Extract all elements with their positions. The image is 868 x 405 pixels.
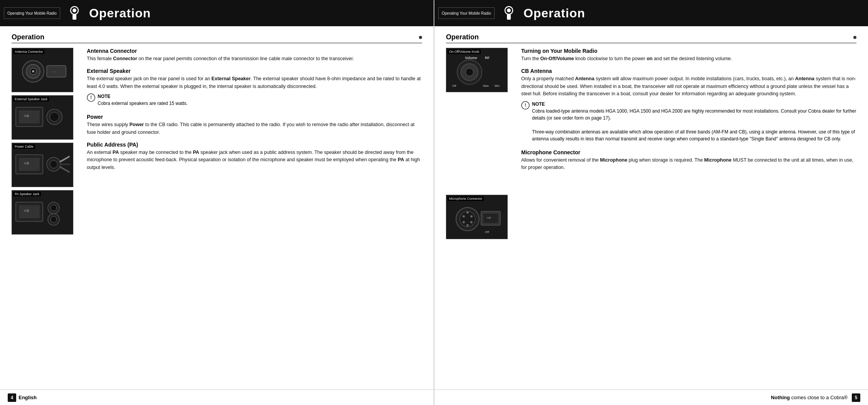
cb-antenna-note-text: NOTE Cobra loaded-type antenna models HG… <box>532 101 856 142</box>
svg-text:Volume: Volume <box>465 56 477 60</box>
pages-container: Operating Your Mobile Radio Operation Op… <box>0 0 868 405</box>
antenna-connector-label: Antenna Connector <box>13 49 44 54</box>
left-header-title: Operation <box>89 6 151 20</box>
pa-speaker-image: PA Speaker Jack ⇒ <box>12 190 73 235</box>
mic-connector-body: Allows for convenient removal of the Mic… <box>521 157 856 172</box>
tagline-rest: comes close to a Cobra® <box>790 395 848 400</box>
right-section-header: Operation <box>446 33 856 43</box>
svg-text:!: ! <box>90 95 92 100</box>
svg-text:Off: Off <box>452 84 456 88</box>
svg-text:!: ! <box>525 103 526 108</box>
right-section-dot <box>853 36 856 39</box>
turning-on-title: Turning on Your Mobile Radio <box>521 48 856 54</box>
right-header-title: Operation <box>524 6 585 20</box>
svg-point-15 <box>50 112 59 122</box>
pa-speaker-label: PA Speaker Jack <box>13 192 41 196</box>
mic-connector-section: Microphone Connector Allows for convenie… <box>521 149 856 172</box>
cb-antenna-title: CB Antenna <box>521 68 856 74</box>
left-footer-lang: English <box>19 395 37 400</box>
svg-text:←: ← <box>52 70 56 74</box>
external-speaker-note-text: NOTE Cobra external speakers are rated 1… <box>98 93 187 107</box>
svg-rect-12 <box>19 110 40 123</box>
svg-point-1 <box>73 8 76 12</box>
page-left: Operating Your Mobile Radio Operation Op… <box>0 0 434 405</box>
svg-text:Max: Max <box>483 84 489 88</box>
svg-rect-2 <box>73 14 76 20</box>
svg-point-38 <box>466 68 473 76</box>
svg-point-7 <box>32 70 34 73</box>
mic-connector-label: Microphone Connector <box>448 196 484 201</box>
power-body: These wires supply Power to the CB radio… <box>87 121 422 136</box>
svg-text:Min: Min <box>495 84 500 88</box>
svg-rect-8 <box>47 66 66 77</box>
antenna-connector-body: This female Connector on the rear panel … <box>87 55 422 62</box>
right-section-title: Operation <box>446 33 479 41</box>
power-section: Power These wires supply Power to the CB… <box>87 114 422 136</box>
svg-text:⇒: ⇒ <box>24 159 29 167</box>
external-speaker-label: External Speaker Jack <box>13 97 49 101</box>
external-speaker-image: External Speaker Jack ⇒ <box>12 95 73 140</box>
cb-antenna-note: ! NOTE Cobra loaded-type antenna models … <box>521 101 856 142</box>
right-text-column: Turning on Your Mobile Radio Turn the On… <box>521 48 856 390</box>
external-speaker-note: ! NOTE Cobra external speakers are rated… <box>87 93 422 107</box>
left-content: Antenna Connector ← External Speaker Jac… <box>0 48 434 390</box>
left-section-title: Operation <box>12 33 44 41</box>
svg-point-49 <box>470 215 473 218</box>
left-footer-left: 4 English <box>8 393 37 402</box>
turning-on-section: Turning on Your Mobile Radio Turn the On… <box>521 48 856 62</box>
left-header-badge: Operating Your Mobile Radio <box>4 7 60 19</box>
antenna-connector-section: Antenna Connector This female Connector … <box>87 48 422 62</box>
svg-point-52 <box>466 224 469 226</box>
external-speaker-title: External Speaker <box>87 68 422 74</box>
svg-point-47 <box>466 211 469 214</box>
svg-text:⇒: ⇒ <box>486 214 491 221</box>
volume-knob-image: On-Off/Volume Knob Volume RF Off <box>446 48 508 92</box>
svg-point-27 <box>51 205 57 211</box>
antenna-connector-title: Antenna Connector <box>87 48 422 54</box>
left-images-column: Antenna Connector ← External Speaker Jac… <box>12 48 79 390</box>
note-icon-1: ! <box>87 93 95 102</box>
right-header-icon <box>498 3 520 24</box>
right-header: Operating Your Mobile Radio Operation <box>434 0 868 26</box>
svg-point-48 <box>463 215 465 218</box>
right-images-column: On-Off/Volume Knob Volume RF Off <box>446 48 513 390</box>
page-right: Operating Your Mobile Radio Operation Op… <box>434 0 868 405</box>
pa-body: An external PA speaker may be connected … <box>87 149 422 171</box>
note-icon-2: ! <box>521 101 530 110</box>
external-speaker-section: External Speaker The external speaker ja… <box>87 68 422 108</box>
svg-point-51 <box>470 221 473 223</box>
pa-section: Public Address (PA) An external PA speak… <box>87 142 422 171</box>
left-footer: 4 English <box>0 390 434 405</box>
left-header-icon <box>64 3 85 24</box>
power-title: Power <box>87 114 422 120</box>
right-footer-tagline: Nothing comes close to a Cobra® 5 <box>771 393 860 402</box>
right-page-num: 5 <box>852 393 860 402</box>
mic-connector-title: Microphone Connector <box>521 149 856 155</box>
svg-text:RF: RF <box>485 56 490 60</box>
right-header-badge: Operating Your Mobile Radio <box>438 7 495 19</box>
turning-on-body: Turn the On-Off/Volume knob clockwise to… <box>521 55 856 62</box>
tagline-nothing: Nothing <box>771 395 790 400</box>
cb-antenna-spacer <box>446 95 513 192</box>
left-text-column: Antenna Connector This female Connector … <box>87 48 422 390</box>
svg-text:⇒: ⇒ <box>24 112 29 120</box>
volume-knob-label: On-Off/Volume Knob <box>448 49 481 54</box>
svg-point-21 <box>50 160 57 168</box>
power-cable-label: Power Cable <box>13 144 35 149</box>
right-footer: Nothing comes close to a Cobra® 5 <box>434 390 868 405</box>
svg-rect-18 <box>19 158 40 171</box>
antenna-connector-image: Antenna Connector ← <box>12 48 73 92</box>
svg-text:Off: Off <box>485 230 489 234</box>
svg-rect-24 <box>19 205 40 218</box>
svg-point-29 <box>51 216 57 223</box>
cb-antenna-body: Only a properly matched Antenna system w… <box>521 75 856 98</box>
svg-point-50 <box>463 221 465 223</box>
external-speaker-body: The external speaker jack on the rear pa… <box>87 75 422 90</box>
mic-connector-image: Microphone Connector <box>446 195 508 239</box>
cb-antenna-section: CB Antenna Only a properly matched Anten… <box>521 68 856 143</box>
svg-rect-34 <box>507 14 511 20</box>
left-section-dot <box>419 36 422 39</box>
svg-text:⇒: ⇒ <box>24 207 29 214</box>
pa-title: Public Address (PA) <box>87 142 422 148</box>
power-cable-image: Power Cable ⇒ <box>12 143 73 187</box>
